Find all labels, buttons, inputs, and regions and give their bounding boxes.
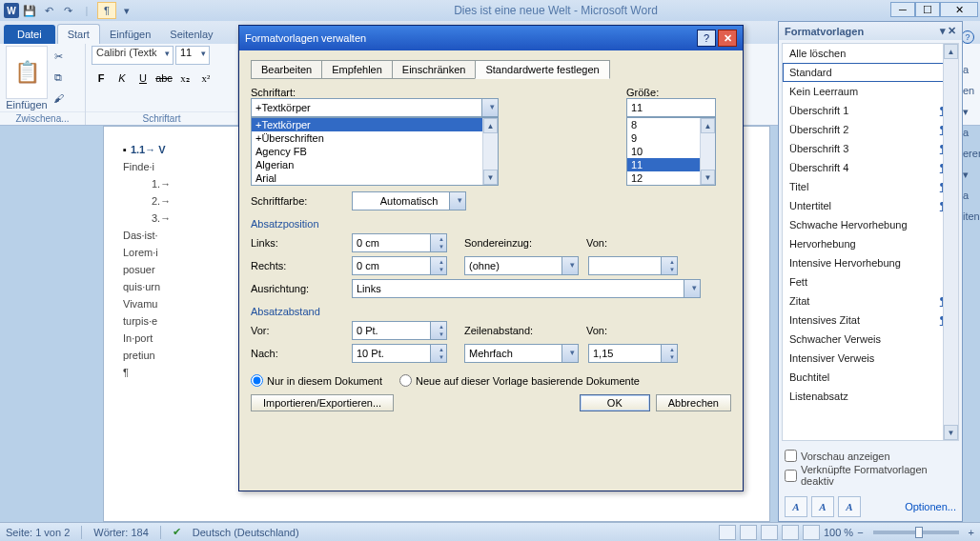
style-item[interactable]: Überschrift 4¶a bbox=[783, 158, 958, 177]
scroll-down-icon[interactable]: ▼ bbox=[944, 425, 958, 440]
tab-layout[interactable]: Seitenlay bbox=[160, 25, 222, 44]
preview-checkbox[interactable]: Vorschau anzeigen bbox=[785, 450, 956, 462]
color-combo[interactable]: Automatisch bbox=[352, 191, 466, 210]
pilcrow-toggle-icon[interactable]: ¶ bbox=[97, 2, 116, 19]
after-spin[interactable]: 10 Pt.▲▼ bbox=[352, 344, 447, 363]
style-item[interactable]: Intensiver Verweisa bbox=[783, 349, 958, 368]
right-spin[interactable]: 0 cm▲▼ bbox=[352, 256, 447, 275]
linked-checkbox[interactable]: Verknüpfte Formatvorlagen deaktiv bbox=[785, 464, 956, 487]
proofing-icon[interactable]: ✔ bbox=[173, 526, 181, 538]
style-item[interactable]: Schwache Hervorhebunga bbox=[783, 215, 958, 234]
scroll-up-icon[interactable]: ▲ bbox=[944, 44, 958, 59]
style-item[interactable]: Überschrift 1¶a bbox=[783, 101, 958, 120]
by-spin[interactable]: ▲▼ bbox=[588, 256, 678, 275]
format-painter-icon[interactable]: 🖌 bbox=[50, 90, 67, 107]
style-item[interactable]: Hervorhebunga bbox=[783, 234, 958, 253]
view-outline[interactable] bbox=[782, 525, 799, 540]
style-item[interactable]: Titel¶a bbox=[783, 177, 958, 196]
undo-icon[interactable]: ↶ bbox=[40, 2, 57, 19]
view-fullscreen[interactable] bbox=[740, 525, 757, 540]
pane-dropdown-icon[interactable]: ▾ bbox=[940, 25, 946, 37]
tab-edit[interactable]: Bearbeiten bbox=[251, 60, 322, 79]
tab-defaults[interactable]: Standardwerte festlegen bbox=[475, 60, 609, 79]
bold-button[interactable]: F bbox=[92, 69, 111, 88]
font-listbox[interactable]: +Textkörper+ÜberschriftenAgency FBAlgeri… bbox=[251, 117, 499, 186]
font-option[interactable]: +Überschriften bbox=[252, 131, 498, 145]
style-inspector-button[interactable]: A bbox=[811, 496, 834, 517]
font-size-combo[interactable]: 11 bbox=[175, 46, 210, 65]
import-export-button[interactable]: Importieren/Exportieren... bbox=[251, 394, 394, 411]
save-icon[interactable]: 💾 bbox=[21, 2, 38, 19]
copy-icon[interactable]: ⧉ bbox=[50, 69, 67, 86]
zoom-in-icon[interactable]: + bbox=[969, 527, 974, 538]
tab-restrict[interactable]: Einschränken bbox=[392, 60, 477, 79]
redo-icon[interactable]: ↷ bbox=[59, 2, 76, 19]
strike-button[interactable]: abc bbox=[154, 69, 174, 88]
close-button[interactable]: ✕ bbox=[940, 2, 978, 17]
view-web[interactable] bbox=[761, 525, 778, 540]
align-combo[interactable]: Links bbox=[352, 279, 701, 298]
font-name-combo[interactable]: Calibri (Textk bbox=[92, 46, 174, 65]
underline-button[interactable]: U bbox=[133, 69, 153, 88]
status-language[interactable]: Deutsch (Deutschland) bbox=[193, 527, 299, 538]
dialog-close-icon[interactable]: ✕ bbox=[718, 30, 737, 47]
cut-icon[interactable]: ✂ bbox=[50, 48, 67, 65]
style-item[interactable]: Standard¶ bbox=[783, 63, 958, 82]
scrollbar[interactable]: ▲ ▼ bbox=[943, 44, 958, 440]
style-item[interactable]: Zitat¶a bbox=[783, 291, 958, 311]
tab-insert[interactable]: Einfügen bbox=[100, 25, 160, 44]
superscript-button[interactable]: x² bbox=[196, 69, 215, 88]
style-item[interactable]: Intensives Zitat¶a bbox=[783, 311, 958, 330]
font-option[interactable]: Arial bbox=[252, 171, 498, 185]
dialog-help-icon[interactable]: ? bbox=[697, 30, 716, 47]
zoom-out-icon[interactable]: − bbox=[857, 527, 863, 538]
style-item[interactable]: Untertitel¶a bbox=[783, 196, 958, 215]
options-link[interactable]: Optionen... bbox=[905, 501, 956, 512]
font-option[interactable]: +Textkörper bbox=[252, 118, 498, 131]
font-combo[interactable]: +Textkörper bbox=[251, 98, 499, 117]
view-draft[interactable] bbox=[803, 525, 820, 540]
minimize-button[interactable]: ─ bbox=[890, 2, 915, 17]
zoom-slider[interactable] bbox=[873, 531, 959, 534]
tab-start[interactable]: Start bbox=[57, 24, 100, 44]
style-item[interactable]: Kein Leerraum¶ bbox=[783, 82, 958, 101]
subscript-button[interactable]: x₂ bbox=[175, 69, 194, 88]
maximize-button[interactable]: ☐ bbox=[915, 2, 940, 17]
view-print-layout[interactable] bbox=[719, 525, 736, 540]
style-item[interactable]: Überschrift 2¶a bbox=[783, 120, 958, 139]
status-page[interactable]: Seite: 1 von 2 bbox=[6, 527, 70, 538]
pane-close-icon[interactable]: ✕ bbox=[948, 25, 956, 37]
style-item[interactable]: Intensive Hervorhebunga bbox=[783, 253, 958, 272]
style-item[interactable]: Listenabsatz¶ bbox=[783, 387, 958, 406]
tab-recommend[interactable]: Empfehlen bbox=[321, 60, 393, 79]
size-listbox[interactable]: 89101112▲▼ bbox=[626, 117, 716, 186]
left-spin[interactable]: 0 cm▲▼ bbox=[352, 233, 447, 252]
qat-customize-icon[interactable]: ▾ bbox=[118, 2, 135, 19]
paste-button[interactable]: 📋 bbox=[6, 46, 48, 99]
style-item[interactable]: Buchtitela bbox=[783, 368, 958, 387]
help-icon[interactable]: ? bbox=[961, 30, 974, 44]
style-item[interactable]: Überschrift 3¶a bbox=[783, 139, 958, 158]
size-input[interactable]: 11 bbox=[626, 98, 716, 117]
style-item[interactable]: Alle löschen bbox=[783, 44, 958, 63]
styles-list[interactable]: Alle löschenStandard¶Kein Leerraum¶Übers… bbox=[782, 43, 959, 441]
radio-new-docs[interactable]: Neue auf dieser Vorlage basierende Dokum… bbox=[399, 374, 640, 387]
style-item[interactable]: Fetta bbox=[783, 272, 958, 291]
dialog-titlebar[interactable]: Formatvorlagen verwalten ? ✕ bbox=[239, 26, 743, 50]
italic-button[interactable]: K bbox=[112, 69, 132, 88]
linespacing-combo[interactable]: Mehrfach bbox=[464, 344, 579, 363]
status-words[interactable]: Wörter: 184 bbox=[93, 527, 148, 538]
tab-file[interactable]: Datei bbox=[4, 25, 55, 44]
radio-this-doc[interactable]: Nur in diesem Dokument bbox=[251, 374, 382, 387]
style-item[interactable]: Schwacher Verweisa bbox=[783, 330, 958, 349]
before-spin[interactable]: 0 Pt.▲▼ bbox=[352, 321, 447, 340]
at-spin[interactable]: 1,15▲▼ bbox=[588, 344, 678, 363]
ok-button[interactable]: OK bbox=[580, 394, 650, 411]
font-option[interactable]: Algerian bbox=[252, 158, 498, 171]
font-option[interactable]: Agency FB bbox=[252, 145, 498, 158]
app-icon[interactable]: W bbox=[4, 3, 19, 18]
new-style-button[interactable]: A bbox=[785, 496, 807, 517]
special-combo[interactable]: (ohne) bbox=[464, 256, 579, 275]
zoom-level[interactable]: 100 % bbox=[824, 527, 853, 538]
manage-styles-button[interactable]: A bbox=[838, 496, 861, 517]
